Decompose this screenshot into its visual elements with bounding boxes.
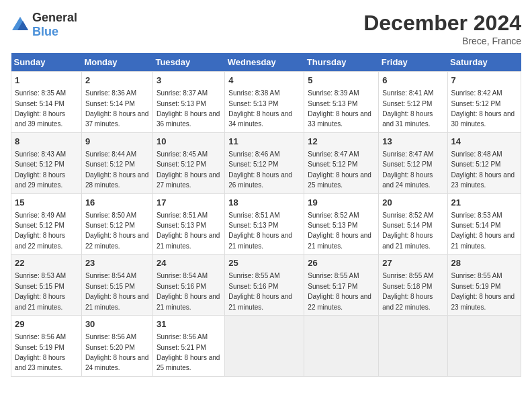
weekday-header-sunday: Sunday [11,53,82,72]
weekday-header-thursday: Thursday [304,53,379,72]
day-number: 4 [228,75,300,87]
day-number: 30 [85,318,149,330]
day-info: Sunrise: 8:56 AMSunset: 5:19 PMDaylight:… [15,333,66,371]
calendar-cell: 15Sunrise: 8:49 AMSunset: 5:12 PMDayligh… [11,193,82,255]
calendar-cell [225,316,304,377]
calendar-cell [447,316,521,377]
day-number: 16 [85,197,149,209]
calendar-cell: 3Sunrise: 8:37 AMSunset: 5:13 PMDaylight… [152,72,224,133]
day-number: 28 [451,257,517,269]
main-title: December 2024 [363,11,521,36]
day-number: 20 [382,197,443,209]
calendar-cell: 17Sunrise: 8:51 AMSunset: 5:13 PMDayligh… [152,193,224,255]
day-info: Sunrise: 8:56 AMSunset: 5:20 PMDaylight:… [85,333,149,371]
calendar-cell: 11Sunrise: 8:46 AMSunset: 5:12 PMDayligh… [225,132,304,193]
calendar-cell: 25Sunrise: 8:55 AMSunset: 5:16 PMDayligh… [225,255,304,316]
day-info: Sunrise: 8:55 AMSunset: 5:19 PMDaylight:… [451,272,515,310]
day-number: 17 [157,197,221,209]
day-number: 23 [85,257,149,269]
calendar-cell: 24Sunrise: 8:54 AMSunset: 5:16 PMDayligh… [152,255,224,316]
weekday-header-monday: Monday [81,53,152,72]
day-info: Sunrise: 8:50 AMSunset: 5:12 PMDaylight:… [85,212,149,250]
logo-blue: Blue [32,25,58,38]
day-info: Sunrise: 8:55 AMSunset: 5:16 PMDaylight:… [228,272,292,310]
calendar-cell: 12Sunrise: 8:47 AMSunset: 5:12 PMDayligh… [304,132,379,193]
day-number: 26 [308,257,375,269]
calendar-cell: 28Sunrise: 8:55 AMSunset: 5:19 PMDayligh… [447,255,521,316]
day-info: Sunrise: 8:52 AMSunset: 5:14 PMDaylight:… [382,212,433,250]
day-number: 5 [308,75,375,87]
day-number: 9 [85,136,149,148]
calendar-cell: 26Sunrise: 8:55 AMSunset: 5:17 PMDayligh… [304,255,379,316]
calendar-cell: 10Sunrise: 8:45 AMSunset: 5:12 PMDayligh… [152,132,224,193]
day-number: 27 [382,257,443,269]
day-info: Sunrise: 8:36 AMSunset: 5:14 PMDaylight:… [85,89,149,128]
day-info: Sunrise: 8:44 AMSunset: 5:12 PMDaylight:… [85,150,149,189]
day-info: Sunrise: 8:48 AMSunset: 5:12 PMDaylight:… [451,150,515,189]
calendar-week-row: 8Sunrise: 8:43 AMSunset: 5:12 PMDaylight… [11,132,521,193]
logo-text: General Blue [32,11,77,39]
calendar-cell: 22Sunrise: 8:53 AMSunset: 5:15 PMDayligh… [11,255,82,316]
day-number: 15 [15,197,78,209]
calendar-cell [304,316,379,377]
day-number: 14 [451,136,517,148]
calendar-cell: 27Sunrise: 8:55 AMSunset: 5:18 PMDayligh… [379,255,447,316]
calendar-cell: 4Sunrise: 8:38 AMSunset: 5:13 PMDaylight… [225,72,304,133]
calendar-cell: 29Sunrise: 8:56 AMSunset: 5:19 PMDayligh… [11,316,82,377]
calendar-cell: 7Sunrise: 8:42 AMSunset: 5:12 PMDaylight… [447,72,521,133]
day-info: Sunrise: 8:53 AMSunset: 5:15 PMDaylight:… [15,272,66,310]
day-number: 25 [228,257,300,269]
calendar-cell: 18Sunrise: 8:51 AMSunset: 5:13 PMDayligh… [225,193,304,255]
day-number: 10 [157,136,221,148]
day-info: Sunrise: 8:47 AMSunset: 5:12 PMDaylight:… [382,150,433,189]
day-info: Sunrise: 8:41 AMSunset: 5:12 PMDaylight:… [382,89,433,128]
day-info: Sunrise: 8:51 AMSunset: 5:13 PMDaylight:… [228,212,292,250]
weekday-header-saturday: Saturday [447,53,521,72]
title-area: December 2024 Brece, France [363,11,521,46]
day-number: 24 [157,257,221,269]
calendar-cell: 20Sunrise: 8:52 AMSunset: 5:14 PMDayligh… [379,193,447,255]
day-info: Sunrise: 8:52 AMSunset: 5:13 PMDaylight:… [308,212,371,250]
page-header: General Blue December 2024 Brece, France [11,11,521,46]
day-info: Sunrise: 8:54 AMSunset: 5:16 PMDaylight:… [157,272,220,310]
calendar-cell: 9Sunrise: 8:44 AMSunset: 5:12 PMDaylight… [81,132,152,193]
calendar-cell: 6Sunrise: 8:41 AMSunset: 5:12 PMDaylight… [379,72,447,133]
weekday-header-wednesday: Wednesday [225,53,304,72]
calendar-cell [379,316,447,377]
calendar-cell: 19Sunrise: 8:52 AMSunset: 5:13 PMDayligh… [304,193,379,255]
weekday-header-tuesday: Tuesday [152,53,224,72]
calendar-cell: 13Sunrise: 8:47 AMSunset: 5:12 PMDayligh… [379,132,447,193]
logo-general: General [32,11,77,24]
logo-icon [11,15,30,34]
day-number: 11 [228,136,300,148]
calendar-cell: 30Sunrise: 8:56 AMSunset: 5:20 PMDayligh… [81,316,152,377]
subtitle: Brece, France [363,36,521,46]
day-number: 13 [382,136,443,148]
calendar-cell: 23Sunrise: 8:54 AMSunset: 5:15 PMDayligh… [81,255,152,316]
day-info: Sunrise: 8:38 AMSunset: 5:13 PMDaylight:… [228,89,292,128]
calendar-week-row: 1Sunrise: 8:35 AMSunset: 5:14 PMDaylight… [11,72,521,133]
day-number: 22 [15,257,78,269]
day-info: Sunrise: 8:35 AMSunset: 5:14 PMDaylight:… [15,89,66,128]
day-number: 21 [451,197,517,209]
day-info: Sunrise: 8:55 AMSunset: 5:17 PMDaylight:… [308,272,371,310]
day-info: Sunrise: 8:42 AMSunset: 5:12 PMDaylight:… [451,89,515,128]
day-number: 12 [308,136,375,148]
day-info: Sunrise: 8:53 AMSunset: 5:14 PMDaylight:… [451,212,515,250]
day-info: Sunrise: 8:46 AMSunset: 5:12 PMDaylight:… [228,150,292,189]
day-info: Sunrise: 8:51 AMSunset: 5:13 PMDaylight:… [157,212,220,250]
day-info: Sunrise: 8:39 AMSunset: 5:13 PMDaylight:… [308,89,371,128]
day-info: Sunrise: 8:49 AMSunset: 5:12 PMDaylight:… [15,212,66,250]
day-number: 7 [451,75,517,87]
day-number: 2 [85,75,149,87]
day-info: Sunrise: 8:47 AMSunset: 5:12 PMDaylight:… [308,150,371,189]
calendar-week-row: 22Sunrise: 8:53 AMSunset: 5:15 PMDayligh… [11,255,521,316]
calendar-table: SundayMondayTuesdayWednesdayThursdayFrid… [11,53,521,377]
day-number: 6 [382,75,443,87]
day-info: Sunrise: 8:43 AMSunset: 5:12 PMDaylight:… [15,150,66,189]
day-number: 29 [15,318,78,330]
calendar-week-row: 15Sunrise: 8:49 AMSunset: 5:12 PMDayligh… [11,193,521,255]
day-number: 1 [15,75,78,87]
day-info: Sunrise: 8:55 AMSunset: 5:18 PMDaylight:… [382,272,433,310]
calendar-cell: 14Sunrise: 8:48 AMSunset: 5:12 PMDayligh… [447,132,521,193]
